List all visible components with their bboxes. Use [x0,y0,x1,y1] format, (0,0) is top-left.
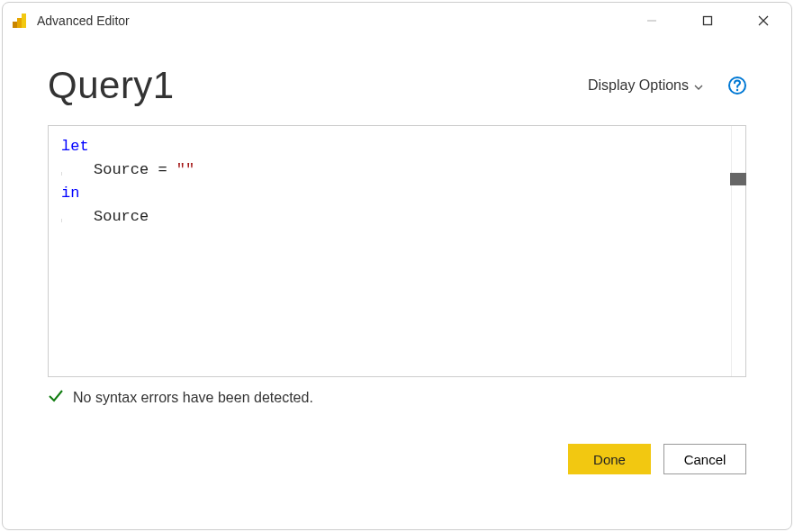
status-row: No syntax errors have been detected. [48,388,746,408]
minimize-button[interactable] [624,3,680,39]
svg-rect-4 [704,17,712,25]
window-frame: Advanced Editor Query1 Display Options [2,2,792,530]
display-options-dropdown[interactable]: Display Options [588,77,703,94]
svg-point-8 [736,89,738,91]
display-options-label: Display Options [588,77,689,94]
status-message: No syntax errors have been detected. [73,390,313,406]
content-area: Query1 Display Options let [3,39,791,529]
help-icon[interactable] [728,77,746,95]
scrollbar-vertical[interactable] [731,126,745,376]
done-button[interactable]: Done [568,444,651,474]
svg-rect-2 [13,22,17,28]
window-controls [624,3,791,39]
header-row: Query1 Display Options [48,64,746,107]
code-ident-source: Source [94,208,149,225]
keyword-in: in [61,185,79,202]
check-icon [48,388,64,408]
header-right: Display Options [588,77,746,95]
code-ident-source-assign: Source = [94,161,176,178]
code-string-empty: "" [176,161,194,178]
close-button[interactable] [735,3,791,39]
titlebar: Advanced Editor [3,3,791,39]
keyword-let: let [61,138,89,155]
scrollbar-thumb[interactable] [730,173,746,185]
maximize-button[interactable] [680,3,735,39]
chevron-down-icon [694,77,703,94]
window-title: Advanced Editor [37,14,624,28]
query-name-heading: Query1 [48,64,175,107]
svg-rect-1 [17,18,22,28]
cancel-button[interactable]: Cancel [663,444,746,474]
code-editor[interactable]: let Source = "" in Source [48,125,746,377]
svg-rect-0 [22,14,26,28]
power-bi-icon [12,13,28,29]
button-row: Done Cancel [48,444,746,474]
code-text-area[interactable]: let Source = "" in Source [49,126,731,376]
